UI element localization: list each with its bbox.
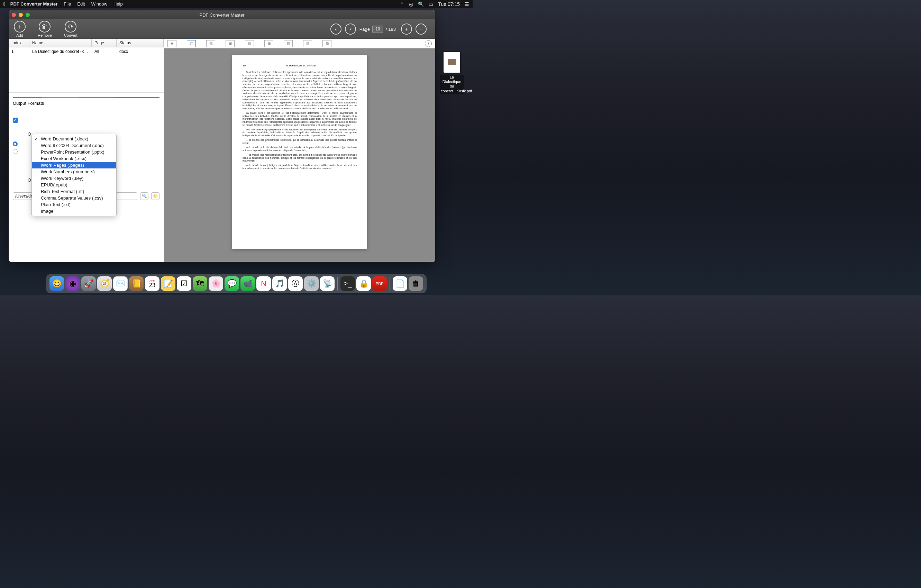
dropdown-item[interactable]: iWork Numbers (.numbers) <box>32 169 116 175</box>
dropdown-item[interactable]: ✓Word Document (.docx) <box>32 136 116 142</box>
page-indicator: Page / 183 <box>360 26 396 32</box>
table-row[interactable]: 1 La Dialectique du concret -K... All do… <box>9 47 164 56</box>
zoom-out-button[interactable]: － <box>415 24 426 34</box>
view-mode-icon[interactable]: ▩ <box>322 40 332 47</box>
siri-icon[interactable]: ◉ <box>65 276 80 291</box>
radio-option[interactable] <box>13 149 18 154</box>
messages-icon[interactable]: 💬 <box>225 276 239 291</box>
view-mode-icon[interactable]: ◉ <box>168 40 176 47</box>
col-page[interactable]: Page <box>92 39 117 47</box>
view-mode-icon[interactable]: ▢ <box>187 40 196 47</box>
prev-page-button[interactable]: ‹ <box>330 24 342 34</box>
dropdown-item[interactable]: Excel Workbook (.xlsx) <box>32 155 116 162</box>
spotlight-icon[interactable]: 🔍 <box>418 2 424 7</box>
launchpad-icon[interactable]: 🚀 <box>81 276 96 291</box>
minimize-window-button[interactable] <box>19 13 23 17</box>
info-button[interactable]: i <box>425 40 432 47</box>
option-row: O <box>28 132 31 136</box>
plus-icon: ＋ <box>14 21 26 32</box>
dropdown-item[interactable]: Comma Separate Values (.csv) <box>32 195 116 201</box>
radio-option[interactable] <box>13 141 18 146</box>
add-button[interactable]: ＋ Add <box>14 21 26 37</box>
menubar-clock[interactable]: Tue 07:15 <box>438 2 460 7</box>
menu-file[interactable]: File <box>63 2 71 6</box>
desktop-file-label: La Dialectique du concret...Kosik.pdf <box>440 75 464 94</box>
dropdown-item[interactable]: Rich Text Format (.rtf) <box>32 188 116 195</box>
preview-pane: ◉ ▢ ▥ ▣ ▤ ▦ ▧ ▨ ▩ i 10 la dialectique du… <box>164 39 435 262</box>
terminal-icon[interactable]: >_ <box>340 276 355 291</box>
desktop-file-icon[interactable]: La Dialectique du concret...Kosik.pdf <box>440 52 464 94</box>
findmy-icon[interactable]: 📡 <box>320 276 335 291</box>
checkbox-option[interactable] <box>13 118 18 123</box>
preferences-icon[interactable]: ⚙️ <box>304 276 319 291</box>
document-icon[interactable]: 📄 <box>393 276 407 291</box>
dropdown-item[interactable]: Word 97-2004 Document (.doc) <box>32 142 116 149</box>
menu-help[interactable]: Help <box>114 2 123 6</box>
view-mode-icon[interactable]: ▣ <box>226 40 234 47</box>
1password-icon[interactable]: 🔒 <box>356 276 371 291</box>
appstore-icon[interactable]: Ⓐ <box>288 276 303 291</box>
photos-icon[interactable]: 🌸 <box>208 276 223 291</box>
view-mode-icon[interactable]: ▨ <box>303 40 312 47</box>
remove-button[interactable]: 🗑 Remove <box>38 21 52 37</box>
next-page-button[interactable]: › <box>345 24 356 34</box>
display-icon[interactable]: ▭ <box>429 2 433 7</box>
col-index[interactable]: Index <box>9 39 29 47</box>
output-format-dropdown[interactable]: ✓Word Document (.docx) Word 97-2004 Docu… <box>31 134 117 216</box>
choose-folder-button[interactable]: 📁 <box>151 192 159 200</box>
pdf-converter-icon[interactable]: PDF <box>372 276 387 291</box>
apple-menu-icon[interactable]:  <box>3 2 5 6</box>
notification-center-icon[interactable]: ☰ <box>465 2 469 7</box>
itunes-icon[interactable]: 🎵 <box>272 276 287 291</box>
page-number-input[interactable] <box>372 26 383 32</box>
output-formats-label: Output Formats <box>13 101 159 106</box>
view-mode-icon[interactable]: ▤ <box>245 40 254 47</box>
zoom-in-button[interactable]: ＋ <box>401 24 412 34</box>
finder-icon[interactable]: 😀 <box>49 276 64 291</box>
dropdown-item[interactable]: Image <box>32 208 116 214</box>
mail-icon[interactable]: ✉️ <box>113 276 128 291</box>
window-titlebar: PDF Converter Master <box>9 10 435 19</box>
trash-icon: 🗑 <box>39 21 50 32</box>
color-stripe <box>13 97 159 98</box>
menubar:  PDF Converter Master File Edit Window … <box>0 0 473 8</box>
trash-icon[interactable]: 🗑 <box>408 276 423 291</box>
news-icon[interactable]: N <box>256 276 271 291</box>
maps-icon[interactable]: 🗺 <box>193 276 207 291</box>
pdf-file-icon <box>444 52 460 73</box>
toolbar: ＋ Add 🗑 Remove ⟳ Convert ‹ › Page / 183 … <box>9 19 435 39</box>
safari-icon[interactable]: 🧭 <box>97 276 112 291</box>
contacts-icon[interactable]: 📒 <box>129 276 143 291</box>
list-header: Index Name Page Status <box>9 39 164 47</box>
app-name[interactable]: PDF Converter Master <box>10 2 58 6</box>
status-icon[interactable]: ◎ <box>409 2 413 7</box>
convert-button[interactable]: ⟳ Convert <box>64 21 78 37</box>
menu-window[interactable]: Window <box>91 2 107 6</box>
view-mode-icon[interactable]: ▥ <box>206 40 215 47</box>
option-row: O <box>28 177 31 183</box>
window-title: PDF Converter Master <box>199 13 244 18</box>
status-icon[interactable]: ⌃ <box>400 2 404 7</box>
app-window: PDF Converter Master ＋ Add 🗑 Remove ⟳ Co… <box>9 10 435 262</box>
view-mode-icon[interactable]: ▧ <box>284 40 293 47</box>
pdf-page: 10 la dialectique du concret Toutefois, … <box>232 55 367 249</box>
pdf-canvas[interactable]: 10 la dialectique du concret Toutefois, … <box>164 49 435 262</box>
dropdown-item[interactable]: Plain Text (.txt) <box>32 201 116 208</box>
notes-icon[interactable]: 📝 <box>161 276 176 291</box>
zoom-window-button[interactable] <box>26 13 30 17</box>
col-status[interactable]: Status <box>117 39 164 47</box>
reveal-folder-button[interactable]: 🔍 <box>140 192 148 200</box>
dropdown-item[interactable]: iWork Keyword (.key) <box>32 175 116 182</box>
dock: 😀 ◉ 🚀 🧭 ✉️ 📒 APR23 📝 ☑︎ 🗺 🌸 💬 📹 N 🎵 Ⓐ ⚙️… <box>46 274 426 293</box>
dropdown-item[interactable]: EPUB(.epub) <box>32 182 116 188</box>
close-window-button[interactable] <box>12 13 16 17</box>
dropdown-item-selected[interactable]: iWork Pages (.pages) <box>32 162 116 169</box>
facetime-icon[interactable]: 📹 <box>241 276 255 291</box>
view-mode-icon[interactable]: ▦ <box>264 40 273 47</box>
dropdown-item[interactable]: PowerPoint Presentation (.pptx) <box>32 149 116 155</box>
reminders-icon[interactable]: ☑︎ <box>177 276 191 291</box>
refresh-icon: ⟳ <box>65 21 76 32</box>
calendar-icon[interactable]: APR23 <box>145 276 159 291</box>
menu-edit[interactable]: Edit <box>77 2 85 6</box>
col-name[interactable]: Name <box>29 39 92 47</box>
